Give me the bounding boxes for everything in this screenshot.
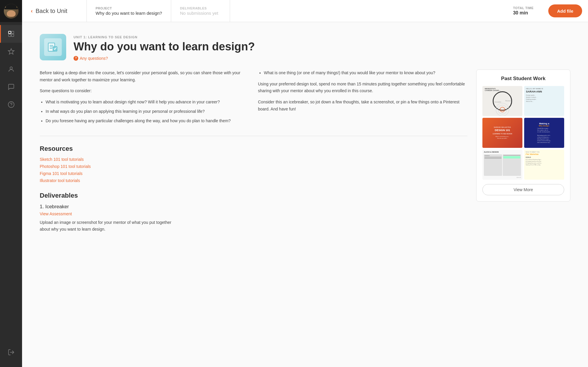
courses-icon	[7, 30, 15, 38]
back-label: Back to Unit	[36, 8, 67, 14]
logout-icon	[7, 348, 15, 356]
sidebar-item-help[interactable]	[0, 96, 22, 113]
profile-icon	[7, 65, 15, 73]
svg-point-6	[8, 102, 14, 108]
intro-right: What is one thing (or one of many things…	[258, 70, 467, 127]
deliverables-sub: No submissions yet	[180, 11, 218, 16]
total-time-label: TOTAL TIME	[513, 6, 534, 10]
any-questions-label: Any questions?	[80, 56, 108, 61]
project-title: Why do you want to learn design?	[96, 11, 162, 16]
sidebar-item-courses[interactable]	[0, 25, 22, 43]
unit-icon	[44, 38, 62, 56]
deliverable-name: Icebreaker	[45, 204, 69, 209]
deliverables-label: DELIVERABLES	[180, 6, 218, 10]
deliverables-content-title: Deliverables	[40, 192, 467, 199]
svg-point-5	[10, 67, 12, 69]
avatar-area[interactable]	[0, 0, 22, 22]
past-work-grid: MEREDITH'SCAREER CHANG... UX Innovation …	[482, 86, 564, 180]
intro-left-para: Before taking a deep dive into the cours…	[40, 70, 249, 84]
svg-rect-1	[9, 34, 11, 37]
work-thumb-5[interactable]: ALICIA & DESIGN FRIENDS	[482, 150, 522, 180]
resource-link-sketch[interactable]: Sketch 101 tool tutorials	[40, 157, 467, 162]
work-thumb-2[interactable]: HELLO, MY NAME IS SARAH-ANN Design goals…	[524, 86, 564, 116]
question-item-1: What is motivating you to learn about de…	[46, 99, 249, 106]
messages-icon	[7, 83, 15, 91]
back-chevron-icon: ‹	[31, 8, 33, 14]
work-thumb-4[interactable]: Making a Why Design: I would like to app…	[524, 118, 564, 148]
sidebar	[0, 0, 22, 367]
questions-list: What is motivating you to learn about de…	[40, 99, 249, 124]
work-thumb-6[interactable]: NICE TO MEET YOU I'm Vanvisa GOALS 01 Co…	[524, 150, 564, 180]
content-grid: Before taking a deep dive into the cours…	[40, 70, 570, 233]
resources-section: Resources Sketch 101 tool tutorials Phot…	[40, 145, 467, 183]
help-icon	[7, 101, 15, 108]
content-scroll: UNIT 1: LEARNING TO SEE DESIGN Why do yo…	[22, 22, 588, 367]
sidebar-bottom	[0, 343, 22, 367]
back-to-unit-button[interactable]: ‹ Back to Unit	[22, 0, 87, 22]
deliverables-section: DELIVERABLES No submissions yet	[171, 0, 230, 22]
svg-point-7	[11, 106, 11, 106]
svg-text:Innovation: Innovation	[494, 101, 501, 103]
unit-label: UNIT 1: LEARNING TO SEE DESIGN	[74, 35, 570, 39]
any-questions-link[interactable]: ? Any questions?	[74, 56, 570, 61]
svg-rect-3	[11, 34, 14, 37]
deliverable-item-title: 1. Icebreaker	[40, 204, 467, 210]
sidebar-item-messages[interactable]	[0, 78, 22, 96]
total-time-section: TOTAL TIME 30 min	[504, 0, 542, 22]
past-work-title: Past Student Work	[482, 76, 564, 82]
question-item-3: Do you foresee having any particular cha…	[46, 118, 249, 125]
view-more-button[interactable]: View More	[482, 184, 564, 195]
unit-icon-area	[40, 34, 66, 60]
unit-header: UNIT 1: LEARNING TO SEE DESIGN Why do yo…	[40, 34, 570, 61]
main-area: ‹ Back to Unit PROJECT Why do you want t…	[22, 0, 588, 367]
deliverables-content: Deliverables 1. Icebreaker View Assessme…	[40, 192, 467, 233]
add-file-button[interactable]: Add file	[548, 4, 582, 17]
content-left: Before taking a deep dive into the cours…	[40, 70, 467, 233]
avatar	[4, 4, 19, 19]
deliverable-description: Upload an image or screenshot for your m…	[40, 219, 172, 233]
badges-icon	[7, 48, 15, 55]
deliverable-item-1: 1. Icebreaker View Assessment Upload an …	[40, 204, 467, 233]
sidebar-item-profile[interactable]	[0, 60, 22, 78]
resource-link-illustrator[interactable]: Illustrator tool tutorials	[40, 178, 467, 183]
question-icon: ?	[74, 56, 78, 61]
intro-left: Before taking a deep dive into the cours…	[40, 70, 249, 127]
total-time-value: 30 min	[513, 10, 534, 16]
unit-title: Why do you want to learn design?	[74, 41, 570, 53]
project-label: PROJECT	[96, 6, 162, 10]
resource-link-figma[interactable]: Figma 101 tool tutorials	[40, 171, 467, 176]
resource-link-photoshop[interactable]: Photoshop 101 tool tutorials	[40, 164, 467, 169]
work-thumb-1[interactable]: MEREDITH'SCAREER CHANG... UX Innovation …	[482, 86, 522, 116]
intro-section: Before taking a deep dive into the cours…	[40, 70, 467, 136]
deliverable-number: 1.	[40, 204, 45, 209]
svg-marker-4	[8, 49, 14, 54]
project-section: PROJECT Why do you want to learn design?	[87, 0, 171, 22]
top-bar: ‹ Back to Unit PROJECT Why do you want t…	[22, 0, 588, 22]
svg-rect-2	[11, 31, 14, 34]
right-para-2: Consider this an icebreaker, so jot down…	[258, 99, 467, 113]
sidebar-item-badges[interactable]	[0, 43, 22, 60]
sidebar-item-logout[interactable]	[0, 343, 22, 361]
sidebar-nav	[0, 22, 22, 343]
view-assessment-link[interactable]: View Assessment	[40, 211, 72, 216]
svg-text:UX: UX	[501, 109, 504, 111]
question-item-2: In what ways do you plan on applying thi…	[46, 108, 249, 115]
unit-text-area: UNIT 1: LEARNING TO SEE DESIGN Why do yo…	[74, 34, 570, 61]
right-bullet: What is one thing (or one of many things…	[264, 70, 467, 77]
resources-title: Resources	[40, 145, 467, 153]
right-para-1: Using your preferred design tool, spend …	[258, 81, 467, 95]
questions-intro-label: Some questions to consider:	[40, 87, 249, 95]
work-thumb-3[interactable]: SHIBANI MALHOTRA DESIGN 101 LEARNING TO …	[482, 118, 522, 148]
past-work-panel: Past Student Work MEREDITH'SCAREER CHANG…	[476, 70, 570, 201]
svg-text:Research: Research	[505, 100, 512, 102]
svg-rect-0	[9, 31, 11, 34]
